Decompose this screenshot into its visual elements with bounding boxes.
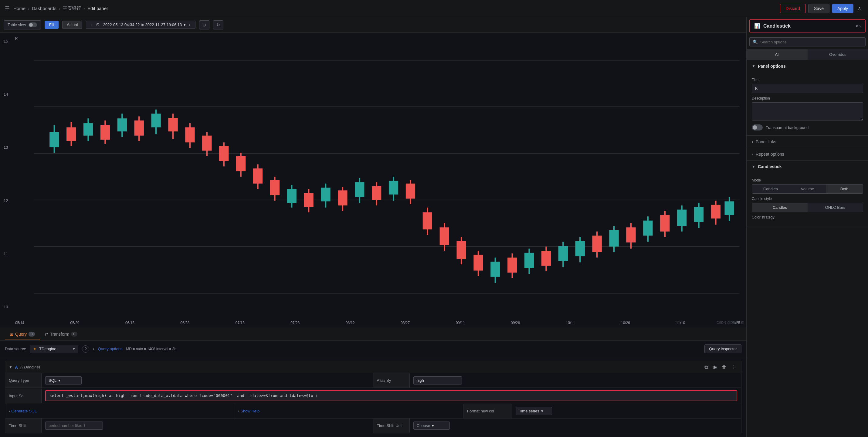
- data-source-select[interactable]: ✦ TDengine ▾: [30, 345, 78, 353]
- breadcrumb-home[interactable]: Home: [13, 6, 26, 11]
- query-bottom: Data source ✦ TDengine ▾ ? › Query optio…: [0, 341, 746, 437]
- mode-both-btn[interactable]: Both: [826, 185, 863, 193]
- time-shift-unit-placeholder: Choose: [417, 423, 430, 428]
- repeat-options-chevron: ›: [752, 152, 753, 157]
- time-series-cell: Time series ▾: [512, 404, 741, 418]
- options-tab-all[interactable]: All: [747, 49, 808, 60]
- left-panel: Table view Fill Actual ‹ ⏱ 2022-05-13 04…: [0, 17, 747, 437]
- svg-rect-87: [724, 201, 734, 215]
- viz-chevron-right: ›: [859, 24, 861, 29]
- table-view-toggle[interactable]: Table view: [4, 20, 41, 29]
- viz-chevrons: ▾ ›: [856, 24, 861, 29]
- svg-rect-75: [626, 227, 636, 243]
- svg-rect-69: [576, 241, 585, 256]
- time-series-arrow: ▾: [541, 409, 543, 413]
- time-shift-input-cell: [41, 418, 373, 433]
- time-shift-input[interactable]: [45, 422, 103, 430]
- query-options-link[interactable]: Query options: [98, 347, 122, 351]
- style-candles-btn[interactable]: Candles: [752, 203, 808, 212]
- mode-candles-btn[interactable]: Candles: [752, 185, 789, 193]
- viz-selector[interactable]: 📊 Candlestick ▾ ›: [749, 20, 866, 32]
- svg-rect-7: [50, 132, 59, 147]
- time-series-value: Time series: [519, 409, 539, 413]
- breadcrumb: Home › Dashboards › 平安银行 › Edit panel: [13, 5, 108, 11]
- block-copy-btn[interactable]: ⧉: [703, 364, 709, 371]
- svg-rect-53: [440, 227, 449, 245]
- alias-by-input[interactable]: [413, 376, 462, 384]
- info-icon[interactable]: ?: [82, 345, 89, 353]
- y-axis: 15 14 13 12 11 10: [4, 33, 8, 315]
- x-label-1110: 11/10: [676, 321, 685, 325]
- svg-rect-79: [660, 215, 670, 231]
- candlestick-chevron: ▼: [752, 164, 755, 169]
- generate-sql-link[interactable]: › Generate SQL: [9, 409, 37, 413]
- svg-rect-43: [355, 182, 364, 197]
- query-source-label: (TDengine): [20, 365, 40, 369]
- svg-rect-33: [270, 180, 280, 195]
- time-nav[interactable]: ‹ ⏱ 2022-05-13 04:34:22 to 2022-11-27 19…: [86, 21, 195, 29]
- tab-query[interactable]: ⊞ Query 3: [5, 328, 40, 340]
- repeat-options-section[interactable]: › Repeat options: [747, 148, 868, 160]
- show-help-cell: › Show Help: [234, 404, 463, 418]
- mode-field-label: Mode: [752, 178, 863, 182]
- panel-links-section[interactable]: › Panel links: [747, 136, 868, 148]
- options-tab-overrides[interactable]: Overrides: [808, 49, 868, 60]
- apply-button[interactable]: Apply: [832, 4, 854, 13]
- query-type-select[interactable]: SQL ▾: [45, 376, 82, 384]
- time-series-select[interactable]: Time series ▾: [516, 407, 552, 415]
- breadcrumb-sep3: ›: [84, 6, 85, 11]
- time-nav-next[interactable]: ›: [188, 23, 191, 27]
- time-shift-unit-select[interactable]: Choose ▾: [413, 422, 450, 430]
- query-type-value: SQL: [49, 378, 57, 383]
- show-help-link[interactable]: › Show Help: [238, 409, 259, 413]
- svg-rect-29: [236, 156, 246, 171]
- time-nav-prev[interactable]: ‹: [90, 23, 93, 27]
- svg-rect-57: [473, 255, 483, 271]
- panel-options-header[interactable]: ▼ Panel options: [747, 60, 868, 72]
- candlestick-header[interactable]: ▼ Candlestick: [747, 160, 868, 173]
- svg-rect-19: [151, 114, 161, 127]
- time-nav-dropdown[interactable]: ▾: [184, 23, 186, 27]
- time-shift-unit-label-cell: Time Shift Unit: [373, 418, 410, 433]
- input-sql-textarea[interactable]: [45, 390, 737, 401]
- x-label-1026: 10/26: [621, 321, 630, 325]
- tab-transform[interactable]: ⇄ Transform 0: [40, 328, 82, 340]
- collapse-button[interactable]: ∧: [856, 4, 863, 13]
- query-inspector-button[interactable]: Query inspector: [705, 344, 741, 353]
- breadcrumb-sep1: ›: [28, 6, 29, 11]
- mode-volume-btn[interactable]: Volume: [789, 185, 826, 193]
- search-input[interactable]: [760, 40, 862, 44]
- description-field-textarea[interactable]: [752, 102, 863, 121]
- style-ohlc-btn[interactable]: OHLC Bars: [808, 203, 863, 212]
- search-icon: 🔍: [753, 39, 758, 44]
- svg-rect-63: [524, 253, 534, 268]
- svg-rect-17: [134, 121, 144, 136]
- time-shift-label: Time Shift: [9, 423, 26, 428]
- transparent-bg-toggle[interactable]: [752, 124, 763, 130]
- actual-button[interactable]: Actual: [62, 21, 82, 29]
- refresh-button[interactable]: ↻: [213, 20, 223, 29]
- block-delete-btn[interactable]: 🗑: [720, 364, 728, 371]
- query-block-a: ▼ A (TDengine) ⧉ ◉ 🗑 ⋮ Query Type: [5, 361, 741, 433]
- discard-button[interactable]: Discard: [780, 4, 806, 13]
- table-view-toggle-dot[interactable]: [29, 23, 37, 27]
- svg-rect-25: [202, 136, 212, 151]
- alias-by-value-cell: [410, 373, 741, 388]
- right-panel-body: ▼ Panel options Title Description Transp…: [747, 60, 868, 437]
- format-col-cell: Format new col: [463, 404, 512, 418]
- breadcrumb-bank[interactable]: 平安银行: [63, 5, 81, 11]
- svg-rect-15: [118, 118, 127, 131]
- title-field-input[interactable]: [752, 84, 863, 93]
- query-type-row: Query Type SQL ▾ Alias By: [5, 373, 741, 388]
- zoom-button[interactable]: ⊖: [199, 20, 209, 29]
- query-tab-icon: ⊞: [10, 332, 13, 337]
- fill-button[interactable]: Fill: [44, 21, 59, 29]
- alias-by-label-cell: Alias By: [373, 373, 410, 388]
- block-collapse-btn[interactable]: ▼: [9, 365, 12, 369]
- save-button[interactable]: Save: [808, 4, 830, 13]
- breadcrumb-dashboards[interactable]: Dashboards: [32, 6, 57, 11]
- block-more-btn[interactable]: ⋮: [730, 364, 738, 371]
- panel-options-section: ▼ Panel options Title Description Transp…: [747, 60, 868, 136]
- block-eye-btn[interactable]: ◉: [711, 364, 718, 371]
- menu-icon[interactable]: ☰: [5, 5, 10, 12]
